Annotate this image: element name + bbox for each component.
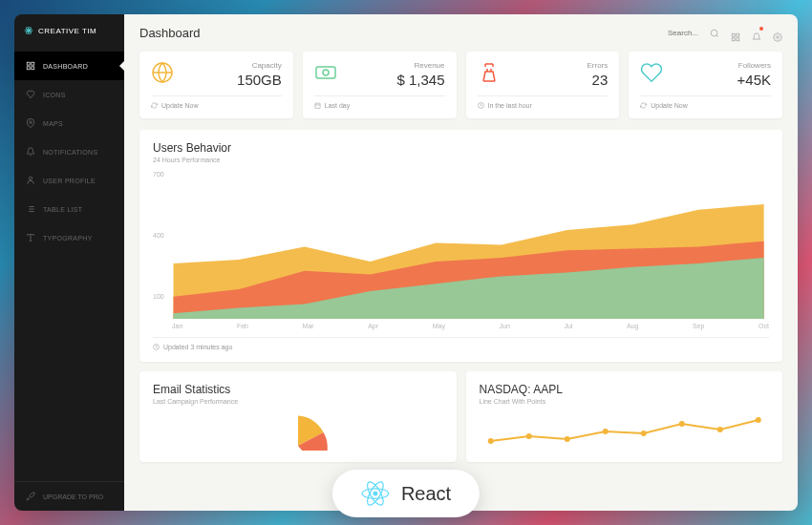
clock-icon: [153, 344, 160, 350]
card-value: +45K: [737, 72, 771, 88]
stat-card-errors: Errors23 In the last hour: [466, 52, 620, 118]
type-icon: [26, 233, 35, 242]
card-label: Capacity: [237, 61, 282, 70]
nav-label: ICONS: [43, 92, 66, 98]
nav-dashboard[interactable]: DASHBOARD: [14, 52, 124, 80]
nav-label: TYPOGRAPHY: [43, 235, 93, 242]
page-title: Dashboard: [139, 26, 201, 40]
globe-icon: [151, 61, 174, 84]
svg-point-38: [755, 417, 760, 423]
svg-point-16: [711, 30, 717, 36]
svg-point-26: [323, 70, 329, 75]
svg-point-8: [30, 121, 32, 124]
card-value: 23: [587, 72, 608, 88]
dashboard-icon: [26, 61, 35, 71]
list-icon: [26, 204, 35, 214]
stat-cards: Capacity150GB Update Now Revenue$ 1,345 …: [139, 52, 782, 118]
refresh-icon: [640, 102, 647, 109]
brand-name: CREATIVE TIM: [38, 27, 96, 35]
nav-icons[interactable]: ICONS: [14, 80, 124, 109]
nav-user-profile[interactable]: USER PROFILE: [14, 166, 124, 195]
svg-rect-27: [315, 103, 320, 108]
svg-point-37: [716, 427, 722, 432]
svg-rect-5: [32, 62, 34, 65]
svg-point-36: [678, 421, 684, 427]
search-icon[interactable]: [710, 29, 719, 38]
panel-title: Email Statistics: [153, 383, 443, 396]
panel-subtitle: 24 Hours Performance: [153, 157, 769, 163]
react-label: React: [401, 483, 451, 505]
bottom-panels: Email Statistics Last Campaign Performan…: [139, 371, 782, 472]
gear-icon[interactable]: [773, 29, 782, 38]
svg-rect-21: [737, 37, 739, 40]
nav: DASHBOARD ICONS MAPS NOTIFICATIONS USER …: [14, 47, 124, 481]
pin-icon: [26, 118, 35, 128]
card-label: Errors: [587, 61, 608, 70]
nav-label: USER PROFILE: [43, 178, 96, 184]
notification-badge: [759, 27, 763, 31]
warning-icon: [478, 61, 501, 84]
card-label: Revenue: [396, 61, 444, 70]
svg-point-35: [640, 430, 646, 436]
upgrade-link[interactable]: UPGRADE TO PRO: [14, 481, 124, 511]
svg-rect-19: [737, 33, 739, 36]
panel-footer-text: Updated 3 minutes ago: [163, 344, 232, 350]
clock-icon: [478, 102, 484, 109]
refresh-icon: [151, 102, 158, 109]
card-footer-text: Last day: [325, 102, 350, 109]
nasdaq-panel: NASDAQ: AAPL Line Chart With Points: [466, 371, 783, 462]
svg-point-9: [29, 177, 32, 179]
calendar-icon: [314, 102, 321, 109]
svg-line-17: [716, 34, 718, 36]
card-label: Followers: [737, 61, 771, 70]
card-footer-text[interactable]: Update Now: [161, 102, 199, 109]
user-icon: [26, 176, 35, 185]
panel-title: Users Behavior: [153, 141, 769, 155]
nav-label: NOTIFICATIONS: [43, 149, 97, 156]
card-value: 150GB: [237, 72, 282, 88]
stat-card-followers: Followers+45K Update Now: [629, 52, 782, 118]
x-axis: JanFebMarAprMayJunJulAugSepOct: [153, 319, 769, 329]
bell-icon[interactable]: [752, 29, 761, 38]
stat-card-revenue: Revenue$ 1,345 Last day: [303, 52, 457, 118]
react-badge: React: [332, 470, 480, 517]
grid-icon[interactable]: [731, 29, 740, 38]
nav-label: MAPS: [43, 120, 63, 127]
svg-rect-4: [27, 62, 30, 65]
nav-typography[interactable]: TYPOGRAPHY: [14, 223, 124, 252]
users-behavior-panel: Users Behavior 24 Hours Performance 700 …: [139, 130, 782, 362]
svg-rect-7: [32, 67, 34, 70]
svg-rect-25: [316, 67, 335, 78]
svg-rect-18: [732, 33, 735, 36]
y-axis: 700 400 100: [153, 171, 164, 300]
svg-point-0: [28, 30, 31, 32]
pie-chart: [153, 412, 443, 451]
chart-svg: [153, 171, 769, 319]
main-content: Dashboard Capacity150GB Update Now: [124, 14, 798, 511]
stat-card-capacity: Capacity150GB Update Now: [139, 52, 293, 118]
svg-point-33: [564, 436, 569, 442]
email-stats-panel: Email Statistics Last Campaign Performan…: [139, 371, 457, 462]
rocket-icon: [26, 492, 35, 501]
search: [668, 29, 719, 38]
nav-table-list[interactable]: TABLE LIST: [14, 195, 124, 223]
react-logo-icon: [361, 479, 390, 508]
card-footer-text: In the last hour: [488, 102, 532, 109]
panel-subtitle: Last Campaign Performance: [153, 398, 443, 405]
card-footer-text[interactable]: Update Now: [651, 102, 688, 109]
svg-point-39: [373, 492, 377, 496]
brand: CREATIVE TIM: [14, 14, 124, 47]
nav-label: TABLE LIST: [43, 206, 82, 213]
diamond-icon: [26, 90, 35, 99]
svg-point-31: [487, 438, 493, 444]
svg-rect-20: [732, 37, 735, 40]
nav-maps[interactable]: MAPS: [14, 109, 124, 137]
svg-point-32: [525, 433, 531, 439]
panel-title: NASDAQ: AAPL: [480, 383, 770, 396]
nav-notifications[interactable]: NOTIFICATIONS: [14, 137, 124, 166]
brand-logo-icon: [24, 26, 33, 35]
svg-point-34: [602, 429, 608, 434]
sidebar: CREATIVE TIM DASHBOARD ICONS MAPS NOTIFI…: [14, 14, 124, 511]
search-input[interactable]: [668, 29, 706, 37]
money-icon: [314, 61, 337, 84]
